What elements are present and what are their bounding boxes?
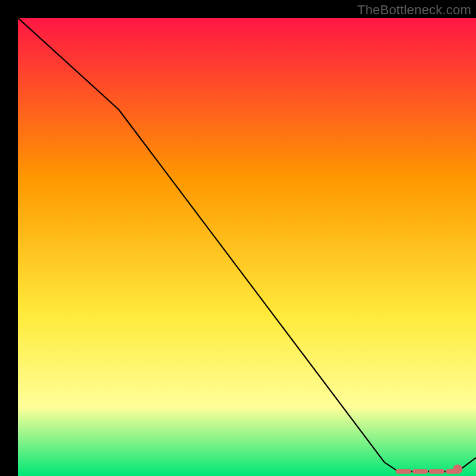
chart-frame: TheBottleneck.com — [0, 0, 476, 476]
gradient-background — [18, 18, 476, 476]
plot-area — [18, 18, 476, 476]
chart-svg — [18, 18, 476, 476]
watermark-text: TheBottleneck.com — [357, 2, 471, 18]
trough-marker-dot — [453, 464, 462, 474]
